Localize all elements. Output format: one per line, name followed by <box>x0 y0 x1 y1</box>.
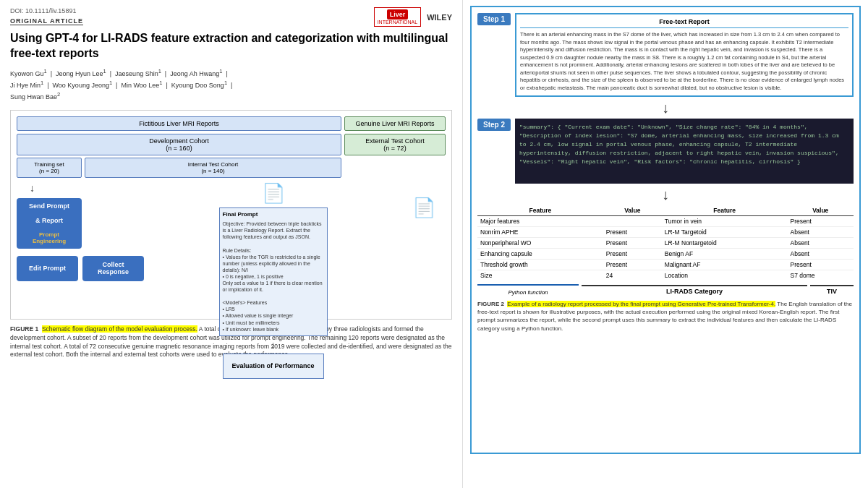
collect-response-button[interactable]: Collect Response <box>82 256 144 281</box>
figure2-highlight: Example of a radiology report processed … <box>507 301 775 307</box>
tiv-label: TIV <box>810 285 854 295</box>
table-cell: Size <box>477 270 603 281</box>
table-cell <box>603 216 662 227</box>
arrow1: ↓ <box>477 100 854 116</box>
step2-label: Step 2 <box>477 119 511 131</box>
table-cell: Nonrim APHE <box>477 227 603 238</box>
feature-table: Feature Value Feature Value Major featur… <box>477 205 854 281</box>
table-cell: Present <box>603 227 662 238</box>
external-test-cohort: External Test Cohort(n = 72) <box>344 134 446 155</box>
free-text-title: Free-text Report <box>520 18 848 28</box>
table-cell: Location <box>662 270 788 281</box>
table-cell: Present <box>788 260 854 270</box>
table-row: Threshold growthPresentMalignant AFPrese… <box>477 260 854 270</box>
paper-title: Using GPT-4 for LI-RADS feature extracti… <box>10 31 452 61</box>
evaluation-box: Evaluation of Performance <box>223 354 324 379</box>
journal-logo: Liver INTERNATIONAL WILEY <box>374 7 452 27</box>
send-prompt-button[interactable]: Send Prompt & Report Prompt Engineering <box>17 198 82 249</box>
col-feature1: Feature <box>477 205 603 216</box>
arrow2: ↓ <box>477 187 854 203</box>
table-row: Nonrim APHEPresentLR-M TargetoidAbsent <box>477 227 854 238</box>
table-cell: Major features <box>477 216 603 227</box>
figure2-caption: FIGURE 2 Example of a radiology report p… <box>477 300 854 333</box>
table-cell: S7 dome <box>788 270 854 281</box>
table-row: Size24LocationS7 dome <box>477 270 854 281</box>
internal-test-cohort: Internal Test Cohort(n = 140) <box>85 158 341 178</box>
table-cell: Present <box>603 238 662 249</box>
table-cell: Threshold growth <box>477 260 603 270</box>
table-cell: Enhancing capsule <box>477 249 603 260</box>
lirads-category-label: LI-RADS Category <box>582 285 807 295</box>
doc-icon-top: 📄 <box>262 182 285 205</box>
col-value2: Value <box>788 205 854 216</box>
authors: Kyowon Gu1 | Jeong Hyun Lee1 | Jaeseung … <box>10 67 452 103</box>
right-outer-border: Step 1 Free-text Report There is an arte… <box>470 6 861 454</box>
json-output-box: "summary": { "Current exam date": "Unkno… <box>515 119 854 184</box>
table-cell: LR-M Targetoid <box>662 227 788 238</box>
table-row: Enhancing capsulePresentBenign AFAbsent <box>477 249 854 260</box>
prompt-engineering-label: Prompt Engineering <box>22 231 76 244</box>
table-cell: Tumor in vein <box>662 216 788 227</box>
col-feature2: Feature <box>662 205 788 216</box>
training-set: Training set(n = 20) <box>17 158 82 178</box>
table-cell: LR-M Nontargetoid <box>662 238 788 249</box>
wiley-text: WILEY <box>427 13 452 22</box>
table-cell: Present <box>788 216 854 227</box>
doc-icon-right: 📄 <box>412 197 435 219</box>
article-type: ORIGINAL ARTICLE <box>10 17 83 25</box>
final-prompt-title: Final Prompt <box>223 211 324 218</box>
liver-logo: Liver <box>387 9 409 20</box>
fictitious-header: Fictitious Liver MRI Reports <box>17 116 341 131</box>
doi-text: DOI: 10.1111/liv.15891 <box>10 7 83 14</box>
table-cell: Nonperipheral WO <box>477 238 603 249</box>
flow-diagram: Fictitious Liver MRI Reports Genuine Liv… <box>10 110 452 320</box>
liver-subtitle: INTERNATIONAL <box>378 20 418 25</box>
genuine-header: Genuine Liver MRI Reports <box>344 116 446 131</box>
table-cell: Benign AF <box>662 249 788 260</box>
left-panel: DOI: 10.1111/liv.15891 ORIGINAL ARTICLE … <box>0 0 463 488</box>
table-cell: 24 <box>603 270 662 281</box>
arrow-down-center: ↓ <box>271 339 276 351</box>
step1-label: Step 1 <box>477 13 511 25</box>
development-cohort: Development Cohort(n = 160) <box>17 134 341 155</box>
python-function-label: Python function <box>508 289 548 296</box>
feature-table-container: Feature Value Feature Value Major featur… <box>477 205 854 296</box>
right-panel: Step 1 Free-text Report There is an arte… <box>463 0 868 488</box>
free-text-report-box: Free-text Report There is an arterial en… <box>515 13 854 97</box>
table-cell: Malignant AF <box>662 260 788 270</box>
final-prompt-box: Final Prompt Objective: Provided between… <box>219 207 328 336</box>
edit-prompt-button[interactable]: Edit Prompt <box>17 256 78 281</box>
lirads-row: Python function LI-RADS Category TIV <box>477 284 854 296</box>
table-cell: Present <box>603 249 662 260</box>
table-row: Major featuresTumor in veinPresent <box>477 216 854 227</box>
table-cell: Absent <box>788 238 854 249</box>
col-value1: Value <box>603 205 662 216</box>
free-text-content: There is an arterial enhancing mass in t… <box>520 31 848 92</box>
table-cell: Absent <box>788 249 854 260</box>
table-cell: Absent <box>788 227 854 238</box>
table-row: Nonperipheral WOPresentLR-M Nontargetoid… <box>477 238 854 249</box>
table-cell: Present <box>603 260 662 270</box>
